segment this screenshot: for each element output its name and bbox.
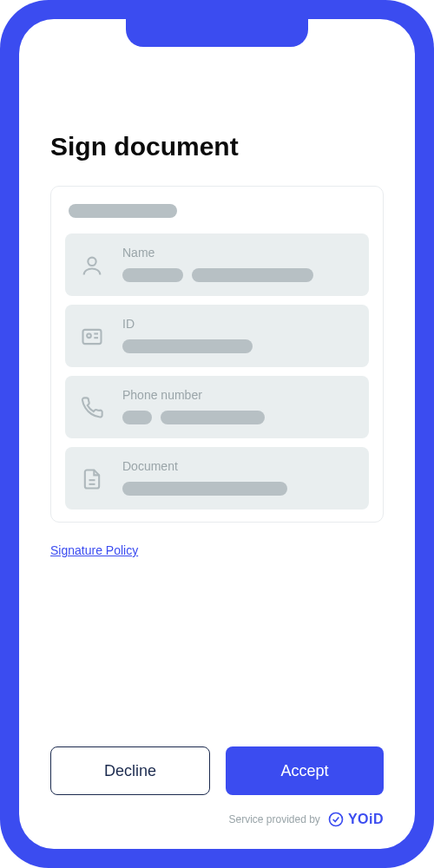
action-buttons: Decline Accept [50,686,384,795]
field-id-value-placeholder [122,339,355,353]
field-document-label: Document [122,459,355,473]
svg-point-7 [329,813,342,826]
field-document-value-placeholder [122,482,355,496]
phone-frame: Sign document Name [0,0,434,868]
accept-button[interactable]: Accept [226,746,384,795]
yoid-mark-icon [327,811,345,828]
content-area: Sign document Name [50,19,384,849]
field-name-value-placeholder [122,268,355,282]
phone-notch [126,19,308,47]
svg-point-2 [87,334,91,339]
footer-text: Service provided by [228,813,319,825]
yoid-brand-text: YOiD [348,812,384,827]
yoid-logo: YOiD [327,811,384,828]
field-name: Name [65,233,369,296]
field-phone-label: Phone number [122,388,355,402]
field-id: ID [65,305,369,367]
field-phone: Phone number [65,376,369,438]
field-document: Document [65,447,369,510]
svg-rect-1 [83,330,102,344]
card-header-placeholder [69,204,177,218]
id-card-icon [79,324,105,350]
svg-point-0 [88,258,95,266]
field-phone-value-placeholder [122,411,355,424]
field-name-label: Name [122,246,355,260]
document-icon [79,466,105,492]
summary-card: Name ID [50,186,384,523]
footer: Service provided by YOiD [50,811,384,849]
phone-screen: Sign document Name [19,19,415,849]
field-id-label: ID [122,317,355,331]
signature-policy-link[interactable]: Signature Policy [50,543,384,557]
phone-icon [79,395,105,421]
person-icon [79,253,105,279]
decline-button[interactable]: Decline [50,746,210,795]
page-title: Sign document [50,132,384,161]
